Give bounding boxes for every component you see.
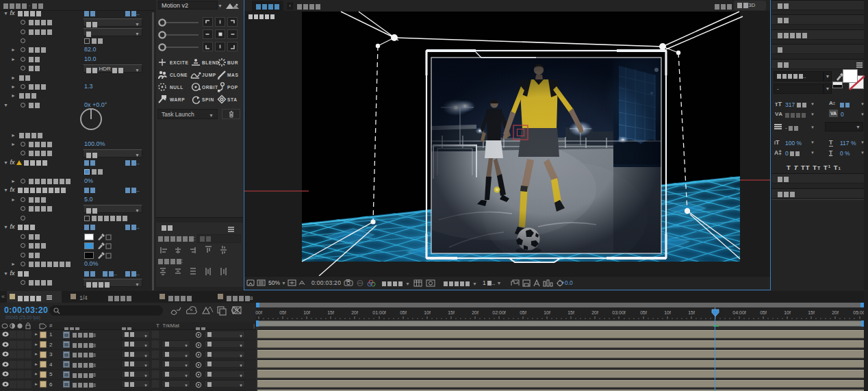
svg-text:20f: 20f xyxy=(832,310,839,315)
svg-text:03:00f: 03:00f xyxy=(612,310,626,315)
svg-text:15f: 15f xyxy=(567,310,574,315)
svg-text:WARP: WARP xyxy=(170,97,185,102)
svg-text:10f: 10f xyxy=(544,310,550,315)
svg-text:05f: 05f xyxy=(760,310,767,315)
svg-text:BUR: BUR xyxy=(227,60,238,65)
svg-text:20f: 20f xyxy=(591,310,598,315)
svg-text:05f: 05f xyxy=(640,310,647,315)
svg-text:01:00f: 01:00f xyxy=(372,310,386,315)
svg-text:JUMP: JUMP xyxy=(202,73,216,77)
svg-text:NULL: NULL xyxy=(170,85,183,90)
svg-text:00f: 00f xyxy=(255,310,262,315)
svg-text:15f: 15f xyxy=(688,310,695,315)
svg-text:05f: 05f xyxy=(520,310,526,315)
svg-text:MAS: MAS xyxy=(227,73,238,77)
svg-text:15f: 15f xyxy=(327,310,334,315)
svg-text:05f: 05f xyxy=(400,310,407,315)
svg-text:CLONE: CLONE xyxy=(170,73,188,77)
svg-text:10f: 10f xyxy=(303,310,310,315)
svg-text:10f: 10f xyxy=(784,310,791,315)
svg-text:02:00f: 02:00f xyxy=(492,310,506,315)
svg-text:EXCITE: EXCITE xyxy=(170,60,188,65)
svg-text:10f: 10f xyxy=(424,310,431,315)
svg-text:05f: 05f xyxy=(279,310,286,315)
svg-text:BLEND: BLEND xyxy=(202,60,220,65)
svg-text:ORBIT: ORBIT xyxy=(202,85,218,90)
svg-text:STA: STA xyxy=(227,97,238,102)
svg-text:20f: 20f xyxy=(472,310,478,315)
svg-text:10f: 10f xyxy=(664,310,671,315)
svg-text:20f: 20f xyxy=(351,310,358,315)
svg-text:POP: POP xyxy=(227,85,238,90)
svg-text:15f: 15f xyxy=(448,310,455,315)
svg-text:SPIN: SPIN xyxy=(202,97,214,102)
svg-text:15f: 15f xyxy=(808,310,815,315)
svg-text:04:00f: 04:00f xyxy=(732,310,746,315)
